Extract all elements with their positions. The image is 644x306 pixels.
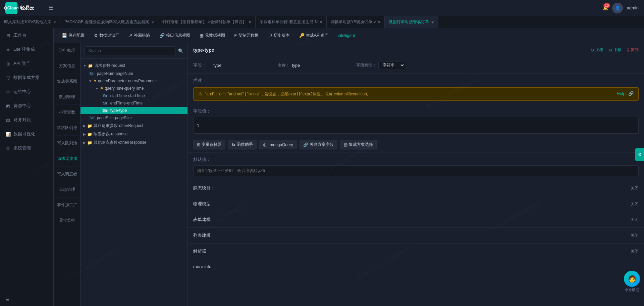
tab-close[interactable]: × <box>431 19 434 25</box>
help-link[interactable]: Help <box>616 91 626 96</box>
tree-node-queryParam[interactable]: ▼ ⚑ queryParameter-queryParameter <box>80 77 187 85</box>
data-filter-button[interactable]: ⚙ 数据过滤厂 <box>90 31 123 40</box>
desc-row: 描述： <box>188 74 644 84</box>
list-model-row[interactable]: 列表建模 关闭 <box>188 228 644 244</box>
left-panel-item-relation[interactable]: 集成关系图 <box>54 74 80 89</box>
tree-node-queryTime[interactable]: ▼ ⚑ queryTime-queryTime <box>80 85 187 92</box>
sidebar-item-api[interactable]: ◎ API 资产 <box>0 56 53 71</box>
tab-item[interactable]: 调换单对接YS调换订单-v × <box>327 16 385 28</box>
default-value-input[interactable] <box>193 165 639 176</box>
tab-item[interactable]: 钉钉报销【项目报销单】->金蝶付款单【班西】 × <box>158 16 256 28</box>
sidebar-item-label: 系统管理 <box>13 145 31 151</box>
tree-node-startTime[interactable]: Str startTime-startTime <box>80 92 187 99</box>
tab-item-active[interactable]: 微盟订单对接管易订单 × <box>385 16 438 28</box>
solution-select-button[interactable]: ▤ 集成方案选择 <box>340 140 377 149</box>
tab-item[interactable]: 采购退料单回传-赛意直接生成-N × <box>256 16 327 28</box>
gen-api-button[interactable]: 🔑 生成API资产 <box>295 31 332 40</box>
inner-layout: 运行概况 方案信息 集成关系图 数据管理 小青查数 请求队列池 <box>54 43 644 306</box>
sidebar-item-data-integration[interactable]: ⬡ 数据集成方案 <box>0 71 53 85</box>
sidebar-item-sysadmin[interactable]: ⚙ 系统管理 <box>0 141 53 155</box>
tab-item[interactable]: 即入库对接107v2其他入库 × <box>0 16 60 28</box>
parser-label: 解析器 <box>193 248 206 254</box>
tab-close[interactable]: × <box>378 19 380 25</box>
up-button[interactable]: ⊙ 上移 <box>591 47 603 53</box>
left-panel-item-write-queue[interactable]: 写入队列池 <box>54 136 80 151</box>
sidebar-item-lite[interactable]: ◈ Lite 轻集成 <box>0 42 53 56</box>
search-input[interactable] <box>85 46 175 55</box>
var-selector-button[interactable]: ⊞ 变量选择器 <box>193 140 225 149</box>
assistant-float[interactable]: 🧑 小青助理 <box>624 271 640 293</box>
save-config-button[interactable]: 💾 保存配置 <box>58 31 89 40</box>
left-panel-item-req-queue[interactable]: 请求队列池 <box>54 120 80 136</box>
fn-helper-button[interactable]: fx 函数助手 <box>228 140 257 149</box>
left-panel-item-data-mgmt[interactable]: 数据管理 <box>54 89 80 105</box>
sidebar-item-resources[interactable]: ◩ 资源中心 <box>0 99 53 113</box>
tab-close[interactable]: × <box>249 19 251 25</box>
tree-node-other-req[interactable]: ▶ 📁 其它请求参数-otherRequest <box>80 122 187 130</box>
tab-close[interactable]: × <box>151 19 154 25</box>
down-button[interactable]: ⊙ 下移 <box>609 47 622 53</box>
sidebar-bottom[interactable]: ☰ <box>0 293 53 306</box>
form-model-label: 表单建模 <box>193 217 211 223</box>
tabs-bar: 即入库对接107v2其他入库 × PACKAGE-金蝶云星辰物料写入旺店通货品档… <box>0 16 644 28</box>
name-value-display: type <box>292 63 352 68</box>
detail-title: type-type <box>193 47 214 53</box>
tree-node-other-resp[interactable]: ▶ 📁 其他响应参数-otherResponse <box>80 138 187 147</box>
left-panel-item-write-scheduler[interactable]: 写入调度者 <box>54 167 80 182</box>
meta-view-icon: ▦ <box>200 33 204 38</box>
assistant-avatar: 🧑 <box>624 271 640 287</box>
tree-node-endTime[interactable]: Str endTime-endTime <box>80 99 187 107</box>
sidebar-item-dataviz[interactable]: 📊 数据可视化 <box>0 127 53 141</box>
sidebar-item-label: 资源中心 <box>13 103 31 109</box>
name-item: 名称： type <box>278 62 352 68</box>
tab-close[interactable]: × <box>320 19 322 25</box>
left-panel-item-event-factory[interactable]: 事件加工厂 <box>54 198 80 213</box>
copy-data-button[interactable]: ⎘ 复制元数据 <box>230 31 263 40</box>
sidebar-item-workbench[interactable]: ⊞ 工作台 <box>0 28 53 42</box>
settings-side-tab[interactable]: ⚙ <box>635 148 644 161</box>
resources-icon: ◩ <box>5 103 11 108</box>
history-button[interactable]: ⏱ 历史版本 <box>264 31 294 40</box>
sidebar-item-label: 数据集成方案 <box>13 75 40 81</box>
tree-node-pageNum[interactable]: Str pageNum-pageNum <box>80 70 187 77</box>
detail-actions: ⊙ 上移 ⊙ 下移 ⎘ 复制 <box>591 47 639 53</box>
sidebar: ⊞ 工作台 ◈ Lite 轻集成 ◎ API 资产 ⬡ 数据集成方案 ⚙ 运维中… <box>0 28 54 306</box>
left-panel-item-overview[interactable]: 运行概况 <box>54 43 80 58</box>
sidebar-item-finance[interactable]: ▤ 财务对账 <box>0 113 53 127</box>
param-icon: ⚑ <box>93 79 97 83</box>
sidebar-item-ops[interactable]: ⚙ 运维中心 <box>0 85 53 99</box>
left-panel-item-log-mgmt[interactable]: 日志管理 <box>54 182 80 198</box>
list-model-label: 列表建模 <box>193 232 211 238</box>
form-model-row[interactable]: 表单建模 关闭 <box>188 212 644 228</box>
meta-view-button[interactable]: ▦ 元数据视图 <box>196 31 229 40</box>
left-panel-item-solution[interactable]: 方案信息 <box>54 58 80 74</box>
node-type-badge: Str <box>102 94 108 98</box>
field-value-input[interactable] <box>193 117 639 134</box>
mongo-query-button[interactable]: ◎ _mongoQuery <box>259 140 297 149</box>
notification-count: 10 <box>603 3 610 8</box>
static-map-row[interactable]: 静态映射： 关闭 <box>188 180 644 196</box>
api-info-button[interactable]: 🔗 接口信息视图 <box>155 31 194 40</box>
more-info-row[interactable]: more info <box>188 259 644 274</box>
menu-icon[interactable]: ☰ <box>48 4 54 12</box>
type-select[interactable]: 字符串 <box>378 61 405 69</box>
parser-row[interactable]: 解析器 关闭 <box>188 244 644 259</box>
dataviz-icon: 📊 <box>5 132 11 137</box>
tree-node-resp-params[interactable]: ▶ 📁 响应参数-response <box>80 130 187 138</box>
physical-model-row[interactable]: 物理模型 关闭 <box>188 196 644 212</box>
tree-node-type-type[interactable]: Str type-type <box>80 107 187 114</box>
related-field-button[interactable]: 🔗 关联方案字段 <box>300 140 337 149</box>
intelligent-button[interactable]: intelligent <box>334 32 359 40</box>
notification-bell[interactable]: 🔔 10 <box>603 5 608 10</box>
tree-node-req-params[interactable]: ▼ 📁 请求参数-request <box>80 61 187 70</box>
tab-item[interactable]: PACKAGE-金蝶云星辰物料写入旺店通货品档案 × <box>60 16 158 28</box>
supplement-button[interactable]: ↗ 补漏措施 <box>125 31 154 40</box>
copy-button[interactable]: ⎘ 复制 <box>627 47 639 53</box>
left-panel-item-exception-monitor[interactable]: 异常监控 <box>54 213 80 228</box>
param-icon: ⚑ <box>100 86 103 91</box>
left-panel-item-req-scheduler[interactable]: 请求调度者 <box>54 151 80 167</box>
tree-node-pageSize[interactable]: Str pageSize-pageSize <box>80 114 187 122</box>
left-panel-item-xiao-qing[interactable]: 小青查数 <box>54 105 80 120</box>
node-type-badge: Str <box>102 101 108 105</box>
tab-close[interactable]: × <box>53 19 56 25</box>
